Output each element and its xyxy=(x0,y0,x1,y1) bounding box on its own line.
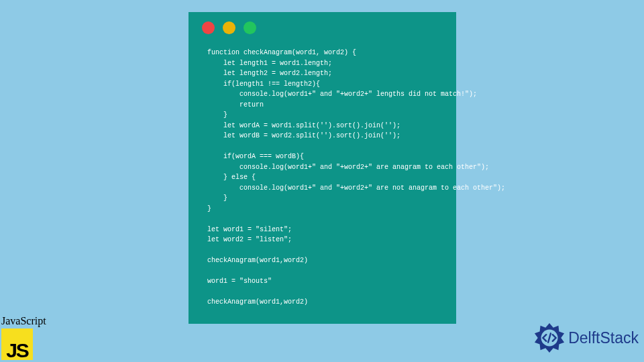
minimize-icon xyxy=(223,21,235,34)
javascript-logo-text: JS xyxy=(6,339,28,362)
delftstack-badge: DelftStack xyxy=(533,322,639,354)
maximize-icon xyxy=(244,21,256,34)
javascript-label: JavaScript xyxy=(1,315,62,327)
code-window: function checkAnagram(word1, word2) { le… xyxy=(189,12,456,324)
traffic-lights xyxy=(202,21,444,34)
close-icon xyxy=(202,21,215,34)
delftstack-text: DelftStack xyxy=(568,329,639,347)
javascript-logo-icon: JS xyxy=(1,328,33,360)
code-block: function checkAnagram(word1, word2) { le… xyxy=(201,48,444,308)
delftstack-logo-icon xyxy=(533,322,566,354)
javascript-badge: JavaScript JS xyxy=(1,315,62,360)
